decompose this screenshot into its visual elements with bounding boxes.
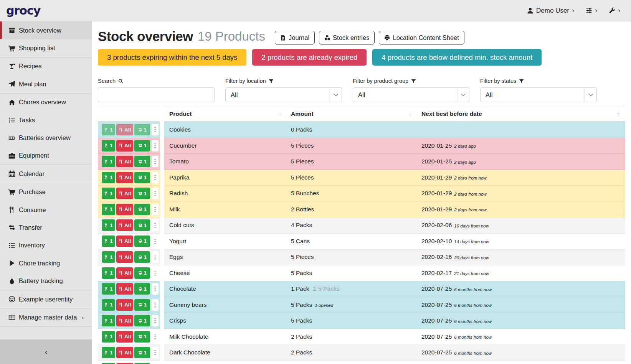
row-menu-button[interactable]: ⋮ [152,204,159,215]
open-one-button[interactable]: 1 [134,204,150,215]
open-one-button[interactable]: 1 [134,156,150,167]
sidebar-item-stock-overview[interactable]: Stock overview [0,21,92,39]
row-menu-button[interactable]: ⋮ [152,140,159,152]
date-relative: 2 days from now [454,208,486,212]
consume-one-button[interactable]: 1 [102,267,115,279]
location-filter-select[interactable]: All [225,87,342,102]
consume-all-button[interactable]: All [116,172,133,183]
alert-below-min-stock[interactable]: 4 products are below defined min. stock … [372,49,542,66]
user-menu[interactable]: Demo User › [527,7,574,15]
search-input[interactable] [98,87,215,102]
amount-column-header[interactable]: Amount ↑↓ [286,106,416,122]
sidebar-item-inventory[interactable]: Inventory [0,237,92,254]
consume-all-button[interactable]: All [116,236,133,247]
open-one-button[interactable]: 1 [134,267,150,279]
consume-all-button[interactable]: All [116,219,133,231]
open-one-button[interactable]: 1 [134,172,150,183]
consume-all-button[interactable]: All [116,188,133,199]
open-one-button[interactable]: 1 [134,188,150,199]
sidebar-item-manage-master-data[interactable]: Manage master data› [0,308,92,326]
box-open-icon [138,207,142,211]
consume-all-button[interactable]: All [116,347,133,358]
sidebar-item-chores-overview[interactable]: Chores overview [0,94,92,111]
sidebar-item-purchase[interactable]: Purchase [0,183,92,201]
consume-one-button[interactable]: 1 [102,156,115,167]
alert-expiring-soon[interactable]: 3 products expiring within the next 5 da… [98,49,246,66]
consume-all-button[interactable]: All [116,299,133,311]
sidebar-item-equipment[interactable]: Equipment [0,147,92,165]
row-menu-button[interactable]: ⋮ [152,124,159,135]
sidebar-item-meal-plan[interactable]: Meal plan [0,75,92,93]
consume-one-button[interactable]: 1 [102,219,115,231]
consume-all-button[interactable]: All [116,140,133,152]
consume-all-button[interactable]: All [116,251,133,263]
row-menu-button[interactable]: ⋮ [152,267,159,279]
open-one-button[interactable]: 1 [134,140,150,152]
sidebar-item-consume[interactable]: Consume [0,201,92,219]
sidebar-item-shopping-list[interactable]: Shopping list [0,39,92,57]
admin-menu[interactable]: › [609,7,620,14]
open-one-button[interactable]: 1 [134,251,150,263]
location-content-sheet-button[interactable]: Location Content Sheet [379,31,464,44]
consume-all-button[interactable]: All [116,124,133,135]
consume-all-button[interactable]: All [116,267,133,279]
sidebar-item-recipes[interactable]: Recipes [0,58,92,75]
open-one-button[interactable]: 1 [134,331,150,343]
sidebar-item-calendar[interactable]: Calendar [0,165,92,183]
sidebar-item-transfer[interactable]: Transfer [0,219,92,236]
row-menu-button[interactable]: ⋮ [152,315,159,326]
row-menu-button[interactable]: ⋮ [152,283,159,295]
open-one-button[interactable]: 1 [134,315,150,326]
consume-all-button[interactable]: All [116,204,133,215]
status-filter-select[interactable]: All [480,87,597,102]
consume-one-button[interactable]: 1 [102,251,115,263]
open-one-button[interactable]: 1 [134,219,150,231]
consume-one-button[interactable]: 1 [102,236,115,247]
consume-all-button[interactable]: All [116,331,133,343]
consume-all-button[interactable]: All [116,283,133,295]
consume-one-button[interactable]: 1 [102,204,115,215]
product-column-header[interactable]: Product ↑↓ [164,106,286,122]
row-menu-button[interactable]: ⋮ [152,188,159,199]
consume-one-button[interactable]: 1 [102,347,115,358]
open-one-button[interactable]: 1 [134,347,150,358]
button-label: All [124,350,131,356]
product-group-filter-select[interactable]: All [353,87,469,102]
open-one-button[interactable]: 1 [134,299,150,311]
date-column-header[interactable]: Next best before date ↑↓ [416,106,625,122]
consume-one-button[interactable]: 1 [102,283,115,295]
sort-icon: ↑↓ [278,111,281,117]
journal-button[interactable]: Journal [275,31,315,44]
row-menu-button[interactable]: ⋮ [152,219,159,231]
alert-expired[interactable]: 2 products are already expired [252,49,367,66]
row-menu-button[interactable]: ⋮ [152,236,159,247]
consume-all-button[interactable]: All [116,156,133,167]
stock-entries-button[interactable]: Stock entries [319,31,375,44]
consume-one-button[interactable]: 1 [102,188,115,199]
row-menu-button[interactable]: ⋮ [152,156,159,167]
sidebar-item-tasks[interactable]: Tasks [0,111,92,129]
row-menu-button[interactable]: ⋮ [152,251,159,263]
row-menu-button[interactable]: ⋮ [152,172,159,183]
consume-all-button[interactable]: All [116,315,133,326]
open-one-button[interactable]: 1 [134,283,150,295]
grocy-logo[interactable]: grocy [6,4,40,17]
consume-one-button[interactable]: 1 [102,124,115,135]
consume-one-button[interactable]: 1 [102,315,115,326]
sidebar-item-battery-tracking[interactable]: Battery tracking [0,272,92,290]
sidebar-item-chore-tracking[interactable]: Chore tracking [0,254,92,272]
consume-one-button[interactable]: 1 [102,299,115,311]
open-one-button[interactable]: 1 [134,124,150,135]
row-menu-button[interactable]: ⋮ [152,331,159,343]
consume-one-button[interactable]: 1 [102,172,115,183]
row-menu-button[interactable]: ⋮ [152,299,159,311]
consume-one-button[interactable]: 1 [102,331,115,343]
consume-one-button[interactable]: 1 [102,140,115,152]
date-cell: 2020-01-252 days ago [416,154,625,170]
open-one-button[interactable]: 1 [134,236,150,247]
sidebar-item-batteries-overview[interactable]: Batteries overview [0,129,92,147]
sidebar-item-example-userentity[interactable]: Example userentity [0,290,92,308]
row-menu-button[interactable]: ⋮ [152,347,159,358]
sidebar-collapse-button[interactable]: ‹ [0,339,92,364]
settings-menu[interactable]: › [586,7,597,14]
